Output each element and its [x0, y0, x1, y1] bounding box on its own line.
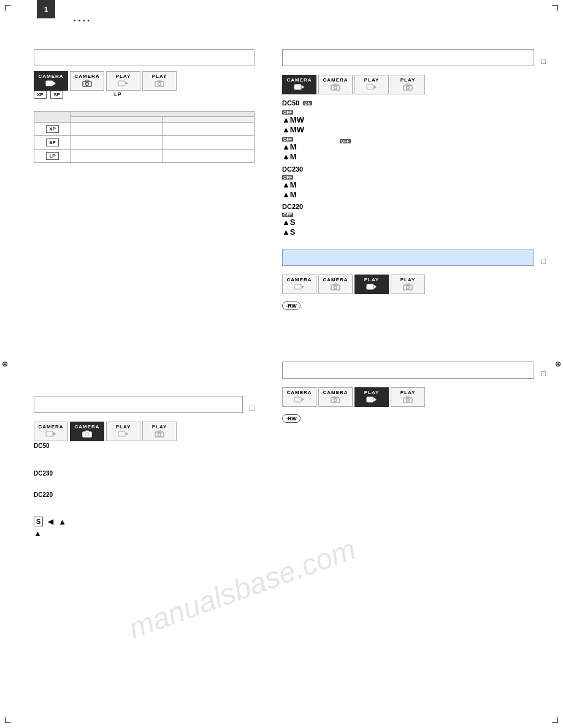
dc230-right-block: DC230 OFF ▲M ▲M	[282, 165, 546, 199]
btn-r2-camera-photo[interactable]: CAMERA	[318, 275, 353, 294]
btn-camera-video-1[interactable]: CAMERA	[34, 71, 68, 91]
dc220-off: OFF	[282, 213, 546, 217]
btn-r2-cam-photo-icon	[321, 283, 350, 292]
svg-point-18	[158, 433, 161, 436]
svg-point-3	[86, 83, 89, 86]
table-row-lp: LP	[34, 150, 255, 163]
svg-rect-30	[294, 284, 301, 289]
btn-r3-cam-photo-label: CAMERA	[321, 390, 350, 395]
table-cell-sp-col2	[71, 136, 163, 150]
btn-cam-vid-icon-2	[37, 430, 65, 439]
btn-r1-play-video[interactable]: PLAY	[354, 75, 389, 94]
dc230-off-badge: OFF	[282, 175, 293, 180]
rw-badge-1: -RW	[282, 301, 301, 310]
svg-point-28	[407, 86, 410, 89]
left-section-2: □ CAMERA CAMERA	[34, 396, 255, 538]
book-icon-right-2: □	[541, 256, 546, 265]
sub-icons-row: S ◀ ▲	[34, 517, 255, 526]
svg-marker-26	[374, 85, 377, 89]
right-section-3: □ CAMERA CAMERA	[282, 362, 546, 425]
btn-cam-photo-icon-2	[73, 430, 101, 439]
dc50-right-row: DC50 ON	[282, 99, 546, 107]
quality-labels: XP SP LP	[34, 91, 255, 99]
btn-r3-cam-vid-icon	[285, 396, 313, 404]
right-mode-buttons-3: CAMERA CAMERA	[282, 387, 546, 407]
dc50-right-block: DC50 ON OFF ▲MW ▲MW	[282, 99, 546, 162]
btn-camera-photo-1[interactable]: CAMERA	[70, 71, 104, 91]
left-column: CAMERA CAMERA	[34, 49, 255, 550]
btn-r3-cam-photo-icon	[321, 396, 350, 404]
off-badge-2: OFF	[282, 137, 293, 142]
svg-marker-41	[302, 398, 304, 401]
wind-sym-2a: ▲M	[282, 142, 297, 151]
left-mode-buttons-1: CAMERA CAMERA	[34, 71, 255, 91]
rw-badge-2: -RW	[282, 414, 301, 423]
btn-r2-play-photo[interactable]: PLAY	[391, 275, 425, 294]
btn-r3-camera-photo[interactable]: CAMERA	[318, 387, 353, 407]
table-subheader-col2	[71, 117, 163, 123]
btn-r3-play-video[interactable]: PLAY	[354, 387, 389, 407]
dc220-s-a: ▲S	[282, 218, 546, 227]
svg-rect-0	[46, 81, 53, 86]
btn-r3-camera-video[interactable]: CAMERA	[282, 387, 316, 407]
btn-r2-play-photo-icon	[394, 283, 422, 292]
rw-badge-row-1: -RW	[282, 299, 546, 313]
btn-r1-camera-photo[interactable]: CAMERA	[318, 75, 353, 94]
dc220-s-b: ▲S	[282, 227, 546, 237]
btn-play-video-icon-1	[109, 80, 137, 88]
svg-rect-10	[46, 431, 53, 436]
btn-r2-cam-vid-label: CAMERA	[285, 277, 313, 282]
svg-marker-36	[374, 285, 377, 289]
corner-mark-bl	[5, 717, 11, 723]
right-title-3-row: □	[282, 362, 546, 384]
corner-mark-tr	[552, 5, 558, 11]
btn-r1-play-photo[interactable]: PLAY	[391, 75, 425, 94]
svg-marker-11	[53, 432, 56, 436]
right-title-1-row: □	[282, 49, 546, 71]
svg-marker-31	[302, 285, 304, 289]
right-mode-buttons-1: CAMERA CAMERA	[282, 75, 546, 94]
corner-mark-br	[552, 717, 558, 723]
btn-play-video-2[interactable]: PLAY	[106, 422, 140, 441]
table-header-col2	[71, 112, 255, 117]
svg-point-33	[334, 286, 337, 289]
btn-play-vid-label-2: PLAY	[109, 424, 137, 430]
btn-r1-play-photo-label: PLAY	[394, 77, 422, 83]
btn-camera-photo-2[interactable]: CAMERA	[70, 422, 104, 441]
btn-r2-play-video[interactable]: PLAY	[354, 275, 389, 294]
btn-r3-play-photo-label: PLAY	[394, 390, 422, 395]
btn-r1-camera-video[interactable]: CAMERA	[282, 75, 316, 94]
dc230-sym-a: ▲M	[282, 180, 297, 189]
wind-row-1-b: ▲MW	[282, 125, 546, 134]
off-badge-1: OFF	[282, 110, 293, 115]
svg-marker-1	[53, 82, 56, 85]
svg-marker-21	[302, 85, 304, 89]
dc220-off-badge: OFF	[282, 213, 293, 217]
btn-play-photo-1[interactable]: PLAY	[142, 71, 177, 91]
side-mark-left: ⊕	[2, 360, 8, 368]
off-badge-right: OFF	[340, 137, 351, 144]
dc220-label-left: DC220	[34, 491, 255, 498]
table-cell-xp-col2	[71, 123, 163, 136]
btn-play-photo-2[interactable]: PLAY	[142, 422, 177, 441]
btn-r1-play-vid-label: PLAY	[358, 77, 386, 83]
lp-label: LP	[114, 91, 121, 97]
table-row-sp: SP	[34, 136, 255, 150]
dc230-winding: OFF ▲M ▲M	[282, 175, 546, 199]
dc50-right-label: DC50	[282, 99, 299, 107]
svg-point-48	[407, 399, 410, 402]
dc230-off: OFF	[282, 175, 546, 180]
winding-group-2: OFF ▲M ▲M	[282, 137, 297, 162]
btn-r3-play-photo[interactable]: PLAY	[391, 387, 425, 407]
btn-camera-photo-label-1: CAMERA	[73, 74, 101, 79]
dc230-m-b: ▲M	[282, 190, 546, 199]
btn-camera-video-2[interactable]: CAMERA	[34, 422, 68, 441]
btn-r2-play-photo-label: PLAY	[394, 277, 422, 282]
btn-r2-camera-video[interactable]: CAMERA	[282, 275, 316, 294]
svg-marker-46	[374, 398, 377, 401]
dc230-sym-b: ▲M	[282, 190, 297, 199]
btn-camera-video-icon-1	[37, 80, 65, 88]
btn-play-video-1[interactable]: PLAY	[106, 71, 140, 91]
left-title-2	[34, 396, 243, 413]
svg-point-38	[407, 286, 410, 289]
